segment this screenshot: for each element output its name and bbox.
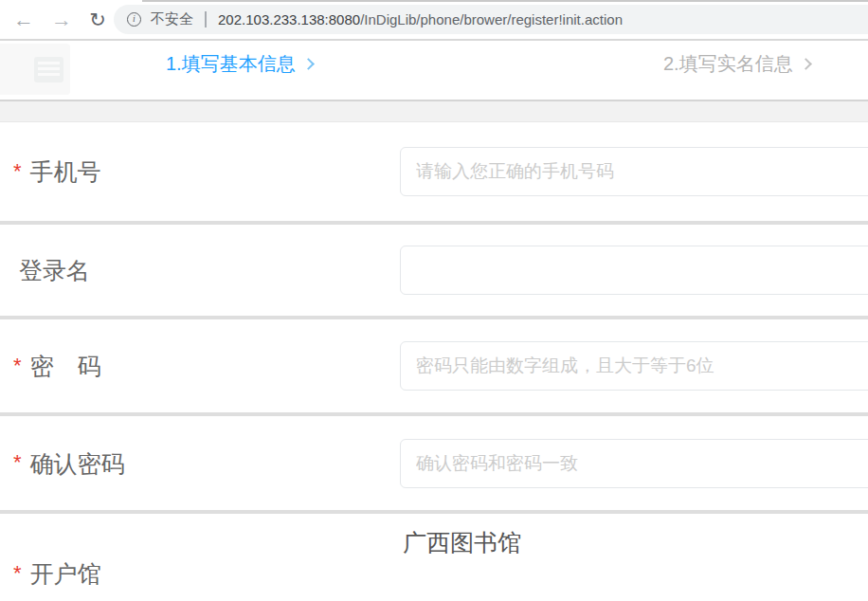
- floating-widget[interactable]: [0, 44, 70, 95]
- browser-toolbar: ← → ↻ i 不安全 202.103.233.138:8080/InDigLi…: [0, 0, 868, 41]
- url-text[interactable]: 202.103.233.138:8080/InDigLib/phone/brow…: [218, 11, 623, 27]
- step-realname-info[interactable]: 2.填写实名信息: [663, 51, 810, 77]
- phone-label: * 手机号: [13, 156, 101, 188]
- confirm-password-label: * 确认密码: [13, 447, 125, 479]
- library-value[interactable]: 广西图书馆: [403, 527, 521, 558]
- step-basic-info-label: 1.填写基本信息: [166, 51, 296, 77]
- form-row-confirm-password: * 确认密码: [0, 416, 868, 510]
- address-bar[interactable]: i 不安全 202.103.233.138:8080/InDigLib/phon…: [114, 5, 868, 34]
- form-row-loginname: 登录名: [0, 225, 868, 316]
- required-asterisk: *: [13, 158, 22, 183]
- reload-icon[interactable]: ↻: [81, 4, 114, 36]
- required-asterisk: *: [13, 353, 22, 377]
- password-label: * 密 码: [13, 351, 101, 382]
- section-divider-band: [0, 100, 868, 122]
- password-input[interactable]: [400, 341, 868, 391]
- info-icon[interactable]: i: [127, 12, 141, 27]
- required-asterisk: *: [13, 450, 22, 475]
- required-asterisk: *: [13, 561, 22, 586]
- confirm-password-input[interactable]: [400, 439, 868, 488]
- forward-icon[interactable]: →: [45, 4, 78, 36]
- security-label: 不安全: [151, 10, 193, 28]
- back-icon[interactable]: ←: [8, 4, 40, 36]
- address-divider: [205, 11, 207, 27]
- person-icon: [5, 57, 22, 82]
- step-indicator: 1.填写基本信息 2.填写实名信息: [0, 41, 868, 100]
- chevron-right-icon: [302, 58, 315, 70]
- library-label: * 开户馆: [13, 558, 101, 590]
- form-row-phone: * 手机号: [0, 122, 868, 221]
- form-row-library: * 开户馆 广西图书馆: [0, 514, 868, 601]
- register-page: 1.填写基本信息 2.填写实名信息 * 手机号 登录名 * 密 码: [0, 41, 868, 601]
- url-path: /InDigLib/phone/brower/register!init.act…: [360, 11, 623, 27]
- form-row-password: * 密 码: [0, 319, 868, 412]
- loginname-input[interactable]: [400, 246, 868, 295]
- window-top-edge: [142, 0, 868, 2]
- list-icon: [34, 57, 63, 82]
- chevron-right-icon: [800, 58, 812, 70]
- step-realname-info-label: 2.填写实名信息: [663, 51, 793, 77]
- step-basic-info[interactable]: 1.填写基本信息: [166, 51, 313, 77]
- loginname-label: 登录名: [19, 255, 90, 286]
- phone-input[interactable]: [400, 147, 868, 196]
- url-host: 202.103.233.138:8080: [218, 11, 360, 27]
